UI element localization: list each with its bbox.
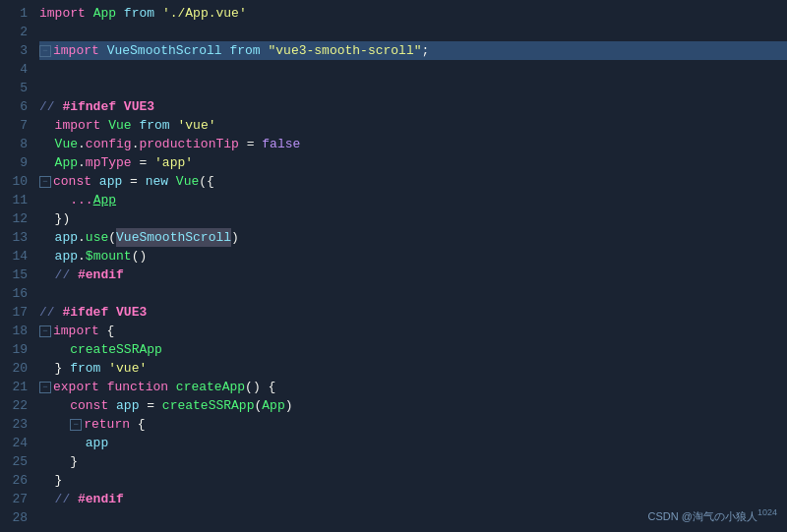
- line-num-27: 27: [0, 490, 28, 508]
- keyword-const-10: const: [53, 172, 91, 191]
- comment-tag-ifdef: #ifdef: [62, 303, 108, 322]
- line-num-11: 11: [0, 191, 28, 209]
- keyword-const-22: const: [70, 396, 108, 415]
- code-line-15: // #endif: [39, 266, 787, 284]
- line-num-9: 9: [0, 153, 28, 172]
- line-num-19: 19: [0, 340, 28, 359]
- code-line-14: app.$mount(): [39, 247, 787, 266]
- code-line-8: Vue.config.productionTip = false: [39, 135, 787, 153]
- line-num-10: 10: [0, 172, 28, 191]
- line-num-26: 26: [0, 471, 28, 490]
- fold-marker-10[interactable]: −: [39, 176, 51, 188]
- comment-17a: //: [39, 303, 62, 322]
- line-numbers: 1 2 3 4 5 6 7 8 9 10 11 12 13 14 15 16 1…: [0, 4, 35, 528]
- code-line-21: −export function createApp() {: [39, 378, 787, 396]
- code-line-26: }: [39, 471, 787, 490]
- line-num-17: 17: [0, 303, 28, 322]
- class-app: App: [93, 4, 116, 23]
- string-app: 'app': [154, 153, 193, 172]
- selected-vuesmooth-13: VueSmoothScroll: [116, 228, 231, 247]
- line-num-18: 18: [0, 322, 28, 340]
- code-line-25: }: [39, 452, 787, 471]
- keyword-return: return: [84, 415, 130, 434]
- line-num-7: 7: [0, 116, 28, 135]
- code-area: 1 2 3 4 5 6 7 8 9 10 11 12 13 14 15 16 1…: [0, 0, 787, 532]
- var-app-13: app: [55, 228, 78, 247]
- keyword-function: function: [107, 378, 168, 396]
- var-app-10: app: [99, 172, 122, 191]
- line-num-8: 8: [0, 135, 28, 153]
- string-vue: 'vue': [177, 116, 215, 135]
- code-line-6: // #ifndef VUE3: [39, 97, 787, 116]
- code-line-13: app.use(VueSmoothScroll): [39, 228, 787, 247]
- comment-vue3-1: VUE3: [124, 97, 154, 116]
- line-num-3: 3: [0, 41, 28, 60]
- class-vuesmooth: VueSmoothScroll: [107, 41, 222, 60]
- line-num-12: 12: [0, 209, 28, 228]
- class-vue-10: Vue: [176, 172, 199, 191]
- code-line-23: −return {: [39, 415, 787, 434]
- line-num-5: 5: [0, 79, 28, 97]
- line-num-6: 6: [0, 97, 28, 116]
- code-line-20: } from 'vue': [39, 359, 787, 378]
- fold-marker-21[interactable]: −: [39, 382, 51, 393]
- comment-tag-ifndef: #ifndef: [62, 97, 116, 116]
- spread-11: ...: [70, 191, 92, 209]
- line-num-20: 20: [0, 359, 28, 378]
- line-num-1: 1: [0, 4, 28, 23]
- code-line-10: −const app = new Vue({: [39, 172, 787, 191]
- class-vue: Vue: [108, 116, 131, 135]
- code-line-3: −import VueSmoothScroll from "vue3-smoot…: [39, 41, 787, 60]
- code-line-9: App.mpType = 'app': [39, 153, 787, 172]
- var-app-22: app: [116, 396, 139, 415]
- keyword-new: new: [146, 172, 168, 191]
- comment-15a: //: [55, 266, 78, 284]
- line-num-25: 25: [0, 452, 28, 471]
- keyword-from-7: from: [139, 116, 169, 135]
- class-app-11: App: [93, 191, 116, 209]
- line-num-23: 23: [0, 415, 28, 434]
- bool-false: false: [262, 135, 300, 153]
- comment-6a: //: [39, 97, 62, 116]
- line-num-21: 21: [0, 378, 28, 396]
- code-line-16: [39, 284, 787, 303]
- line-num-24: 24: [0, 434, 28, 452]
- class-vue-8: Vue: [55, 135, 78, 153]
- comment-tag-endif-2: #endif: [78, 490, 124, 508]
- line-num-22: 22: [0, 396, 28, 415]
- code-line-19: createSSRApp: [39, 340, 787, 359]
- func-use: use: [86, 228, 108, 247]
- code-content: import App from './App.vue' −import VueS…: [35, 4, 787, 528]
- code-line-24: app: [39, 434, 787, 452]
- code-line-5: [39, 79, 787, 97]
- prop-config: config: [86, 135, 132, 153]
- fold-marker-23[interactable]: −: [70, 419, 82, 431]
- code-line-18: −import {: [39, 322, 787, 340]
- keyword-import-7: import: [55, 116, 101, 135]
- func-mount: $mount: [86, 247, 132, 266]
- line-num-4: 4: [0, 60, 28, 79]
- string-vue3ss: "vue3-smooth-scroll": [269, 41, 422, 60]
- code-line-22: const app = createSSRApp(App): [39, 396, 787, 415]
- func-createssrapp-22: createSSRApp: [162, 396, 255, 415]
- code-line-12: }): [39, 209, 787, 228]
- prop-productiontip: productionTip: [139, 135, 238, 153]
- code-line-11: ...App: [39, 191, 787, 209]
- var-app-24: app: [86, 434, 108, 452]
- fold-marker-18[interactable]: −: [39, 325, 51, 337]
- line-num-15: 15: [0, 266, 28, 284]
- keyword-import-18: import: [53, 322, 99, 340]
- keyword-from: from: [124, 4, 154, 23]
- comment-tag-endif-1: #endif: [78, 266, 124, 284]
- watermark-superscript: 1024: [757, 507, 777, 517]
- code-line-2: [39, 23, 787, 41]
- watermark-site: CSDN @淘气の小狼人: [648, 510, 757, 522]
- code-line-1: import App from './App.vue': [39, 4, 787, 23]
- line-num-13: 13: [0, 228, 28, 247]
- line-num-16: 16: [0, 284, 28, 303]
- class-app-9: App: [55, 153, 78, 172]
- comment-vue3-2: VUE3: [116, 303, 147, 322]
- string-app-vue: './App.vue': [162, 4, 247, 23]
- line-num-28: 28: [0, 508, 28, 527]
- fold-marker-3[interactable]: −: [39, 45, 51, 57]
